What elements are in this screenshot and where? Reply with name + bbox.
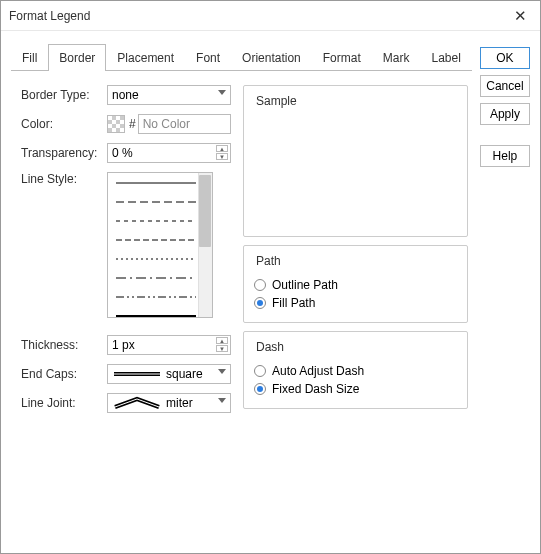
hash-symbol: # [129, 117, 136, 131]
spinner-up-icon[interactable]: ▲ [216, 337, 228, 344]
help-button[interactable]: Help [480, 145, 530, 167]
line-style-item[interactable] [116, 274, 204, 282]
tab-placement[interactable]: Placement [106, 44, 185, 71]
fill-path-label: Fill Path [272, 296, 315, 310]
line-style-item[interactable] [116, 217, 204, 225]
fixed-dash-size-radio[interactable] [254, 383, 266, 395]
thickness-label: Thickness: [21, 338, 107, 352]
titlebar: Format Legend ✕ [1, 1, 540, 31]
line-style-item[interactable] [116, 236, 204, 244]
tab-fill[interactable]: Fill [11, 44, 48, 71]
transparency-spinner[interactable]: 0 % ▲▼ [107, 143, 231, 163]
chevron-down-icon [218, 369, 226, 374]
outline-path-radio[interactable] [254, 279, 266, 291]
line-joint-select[interactable]: miter [107, 393, 231, 413]
sample-legend: Sample [254, 94, 299, 108]
transparency-value: 0 % [112, 146, 133, 160]
line-joint-label: Line Joint: [21, 396, 107, 410]
end-caps-value: square [166, 367, 203, 381]
tab-format[interactable]: Format [312, 44, 372, 71]
color-label: Color: [21, 117, 107, 131]
ok-button[interactable]: OK [480, 47, 530, 69]
color-swatch[interactable] [107, 115, 125, 133]
spinner-down-icon[interactable]: ▼ [216, 153, 228, 160]
color-input[interactable]: No Color [138, 114, 231, 134]
thickness-value: 1 px [112, 338, 135, 352]
tab-bar: Fill Border Placement Font Orientation F… [11, 43, 472, 71]
chevron-down-icon [218, 398, 226, 403]
transparency-label: Transparency: [21, 146, 107, 160]
line-style-label: Line Style: [21, 172, 107, 186]
tab-mark[interactable]: Mark [372, 44, 421, 71]
border-type-label: Border Type: [21, 88, 107, 102]
dash-group: Dash Auto Adjust Dash Fixed Dash Size [243, 331, 468, 409]
end-caps-select[interactable]: square [107, 364, 231, 384]
border-type-value: none [112, 88, 139, 102]
line-style-item[interactable] [116, 198, 204, 206]
scrollbar-thumb[interactable] [199, 175, 211, 247]
tab-orientation[interactable]: Orientation [231, 44, 312, 71]
auto-adjust-dash-label: Auto Adjust Dash [272, 364, 364, 378]
fill-path-radio[interactable] [254, 297, 266, 309]
outline-path-label: Outline Path [272, 278, 338, 292]
close-icon[interactable]: ✕ [508, 7, 532, 25]
cancel-button[interactable]: Cancel [480, 75, 530, 97]
thickness-spinner[interactable]: 1 px ▲▼ [107, 335, 231, 355]
auto-adjust-dash-radio[interactable] [254, 365, 266, 377]
line-style-list[interactable] [107, 172, 213, 318]
spinner-down-icon[interactable]: ▼ [216, 345, 228, 352]
scrollbar[interactable] [198, 173, 212, 317]
window-title: Format Legend [9, 9, 508, 23]
end-caps-label: End Caps: [21, 367, 107, 381]
chevron-down-icon [218, 90, 226, 95]
path-legend: Path [254, 254, 283, 268]
tab-label[interactable]: Label [420, 44, 471, 71]
dash-legend: Dash [254, 340, 286, 354]
path-group: Path Outline Path Fill Path [243, 245, 468, 323]
line-joint-value: miter [166, 396, 193, 410]
apply-button[interactable]: Apply [480, 103, 530, 125]
spinner-up-icon[interactable]: ▲ [216, 145, 228, 152]
fixed-dash-size-label: Fixed Dash Size [272, 382, 359, 396]
line-style-item[interactable] [116, 179, 204, 187]
sample-group: Sample [243, 85, 468, 237]
border-type-select[interactable]: none [107, 85, 231, 105]
tab-font[interactable]: Font [185, 44, 231, 71]
line-style-item[interactable] [116, 312, 204, 318]
tab-border[interactable]: Border [48, 44, 106, 71]
line-style-item[interactable] [116, 255, 204, 263]
color-value: No Color [143, 117, 190, 131]
line-style-item[interactable] [116, 293, 204, 301]
